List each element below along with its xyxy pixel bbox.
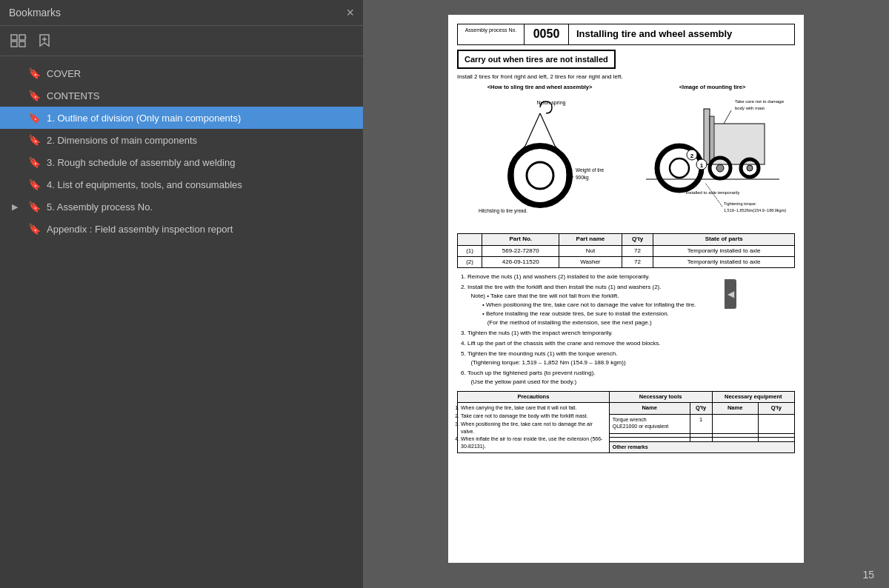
bookmark-item-5[interactable]: ▶ 🔖 5. Assembly process No. — [0, 196, 363, 218]
svg-text:900kg: 900kg — [576, 175, 589, 181]
svg-rect-1 — [19, 35, 25, 40]
svg-point-27 — [670, 158, 689, 178]
bookmark-label-cover: COVER — [47, 68, 354, 79]
document-title: Installing tire and wheel assembly — [569, 24, 795, 45]
expand-arrow-5[interactable]: ▶ — [12, 202, 22, 212]
col-header-qty: Q'ty — [622, 234, 653, 245]
tools-qty-header: Q'ty — [690, 403, 712, 415]
col-header-partname: Part name — [559, 234, 622, 245]
bookmark-label-contents: CONTENTS — [47, 90, 354, 101]
part-name-2: Washer — [559, 257, 622, 268]
precaution-2: Take care not to damage the body with th… — [461, 412, 606, 420]
svg-text:2: 2 — [690, 153, 693, 159]
bookmark-icon-5: 🔖 — [28, 201, 41, 213]
tools-name-header: Name — [609, 403, 690, 415]
precautions-header: Precautions — [458, 392, 610, 403]
precautions-list: When carrying the tire, take care that i… — [461, 404, 606, 450]
svg-rect-20 — [704, 109, 710, 164]
instruction-3: Tighten the nuts (1) with the impact wre… — [467, 329, 795, 338]
bookmark-item-contents[interactable]: 🔖 CONTENTS — [0, 84, 363, 107]
bottom-section-table: Precautions Necessary tools Necessary eq… — [457, 391, 795, 453]
bookmarks-panel: Bookmarks × 🔖 COVER — [0, 0, 363, 588]
bookmark-item-1[interactable]: 🔖 1. Outline of division (Only main comp… — [0, 107, 363, 129]
col-header-state: State of parts — [653, 234, 795, 245]
bookmark-icon-3: 🔖 — [28, 156, 41, 168]
bookmark-icon-1: 🔖 — [28, 112, 41, 124]
bookmark-label-appendix: Appendix : Field assembly inspection rep… — [47, 224, 354, 235]
precaution-1: When carrying the tire, take care that i… — [461, 404, 606, 412]
tool-1-qty: 1 — [690, 415, 712, 433]
tire-sling-svg: Nylon spring Weight of tire 900kg — [466, 94, 614, 227]
caption-left: <How to sling tire and wheel assembly> — [457, 84, 622, 91]
part-state-1: Temporarily installed to axle — [653, 245, 795, 256]
diagram-right: <Image of mounting tire> Take care not t… — [630, 84, 795, 227]
part-no-1: 569-22-72870 — [482, 245, 559, 256]
other-remarks-label: Other remarks — [609, 441, 794, 452]
part-qty-2: 72 — [622, 257, 653, 268]
precautions-cell: When carrying the tire, take care that i… — [458, 403, 610, 453]
bookmark-label-5: 5. Assembly process No. — [47, 201, 354, 213]
necessary-tools-header: Necessary tools — [609, 392, 712, 403]
tool-1-name: Torque wrenchQLE21000 or equivalent — [609, 415, 690, 433]
bookmark-item-2[interactable]: 🔖 2. Dimensions of main components — [0, 129, 363, 151]
bookmark-icon-cover: 🔖 — [28, 67, 41, 79]
instructions: Remove the nuts (1) and washers (2) inst… — [457, 273, 795, 387]
bookmark-label-4: 4. List of equipments, tools, and consum… — [47, 179, 354, 190]
svg-point-10 — [510, 146, 570, 205]
col-header-num — [458, 234, 482, 245]
svg-text:1: 1 — [699, 162, 703, 169]
svg-rect-21 — [710, 116, 714, 161]
diagram-area: <How to sling tire and wheel assembly> N… — [457, 84, 795, 227]
svg-text:Installed to axle temporarily: Installed to axle temporarily — [685, 190, 739, 195]
part-row-1: (1) 569-22-72870 Nut 72 Temporarily inst… — [458, 245, 795, 256]
parts-table: Part No. Part name Q'ty State of parts (… — [457, 233, 795, 268]
bookmarks-list: 🔖 COVER 🔖 CONTENTS 🔖 1. Outline of divis… — [0, 56, 363, 588]
bookmark-icon-appendix: 🔖 — [28, 223, 41, 235]
svg-text:body with mast: body with mast — [735, 106, 765, 110]
instruction-2: Install the tire with the forklift and t… — [467, 283, 795, 327]
necessary-equipment-header: Necessary equipment — [712, 392, 794, 403]
bookmark-icon-2: 🔖 — [28, 134, 41, 146]
svg-text:1,519~1,852Nm{154.9~188.9kgm}: 1,519~1,852Nm{154.9~188.9kgm} — [724, 208, 786, 213]
part-qty-1: 72 — [622, 245, 653, 256]
svg-point-23 — [716, 164, 724, 172]
panel-collapse-button[interactable]: ◀ — [725, 279, 736, 309]
bookmark-icon — [37, 33, 52, 48]
bookmark-item-3[interactable]: 🔖 3. Rough schedule of assembly and weld… — [0, 151, 363, 173]
view-options-button[interactable] — [7, 31, 30, 50]
bookmark-item-cover[interactable]: 🔖 COVER — [0, 62, 363, 84]
svg-text:Weight of tire: Weight of tire — [576, 167, 605, 173]
forklift-svg: Take care not to damage body with mast — [639, 94, 787, 227]
bookmarks-title: Bookmarks — [9, 7, 61, 19]
instruction-5: Tighten the tire mounting nuts (1) with … — [467, 350, 795, 367]
grid-view-icon — [10, 34, 27, 47]
part-name-1: Nut — [559, 245, 622, 256]
bookmark-add-button[interactable] — [34, 30, 55, 51]
caption-right: <Image of mounting tire> — [630, 84, 795, 91]
bookmark-label-1: 1. Outline of division (Only main compon… — [47, 113, 354, 124]
document-panel: Assembly process No. 0050 Installing tir… — [363, 0, 889, 588]
precaution-3: When positioning the tire, take care not… — [461, 421, 606, 435]
part-no-2: 426-09-11520 — [482, 257, 559, 268]
bookmark-icon-contents: 🔖 — [28, 90, 41, 101]
svg-line-18 — [724, 110, 731, 124]
bookmark-item-appendix[interactable]: 🔖 Appendix : Field assembly inspection r… — [0, 218, 363, 240]
svg-point-11 — [527, 162, 553, 189]
svg-rect-0 — [11, 35, 17, 40]
svg-line-9 — [540, 113, 555, 146]
bookmark-item-4[interactable]: 🔖 4. List of equipments, tools, and cons… — [0, 173, 363, 196]
bookmark-label-3: 3. Rough schedule of assembly and weldin… — [47, 157, 354, 168]
equip-1-name — [712, 415, 758, 433]
part-row-2: (2) 426-09-11520 Washer 72 Temporarily i… — [458, 257, 795, 268]
close-button[interactable]: × — [346, 6, 354, 19]
part-state-2: Temporarily installed to axle — [653, 257, 795, 268]
svg-rect-2 — [11, 41, 17, 47]
col-header-partno: Part No. — [482, 234, 559, 245]
svg-text:Take care not to damage: Take care not to damage — [735, 99, 785, 104]
alert-box: Carry out when tires are not installed — [457, 50, 616, 69]
precaution-4: When inflate the air to rear inside tire… — [461, 435, 606, 450]
process-header-table: Assembly process No. 0050 Installing tir… — [457, 24, 795, 45]
process-no-label: Assembly process No. — [458, 24, 525, 45]
diagram-left: <How to sling tire and wheel assembly> N… — [457, 84, 622, 227]
bookmark-label-2: 2. Dimensions of main components — [47, 135, 354, 146]
